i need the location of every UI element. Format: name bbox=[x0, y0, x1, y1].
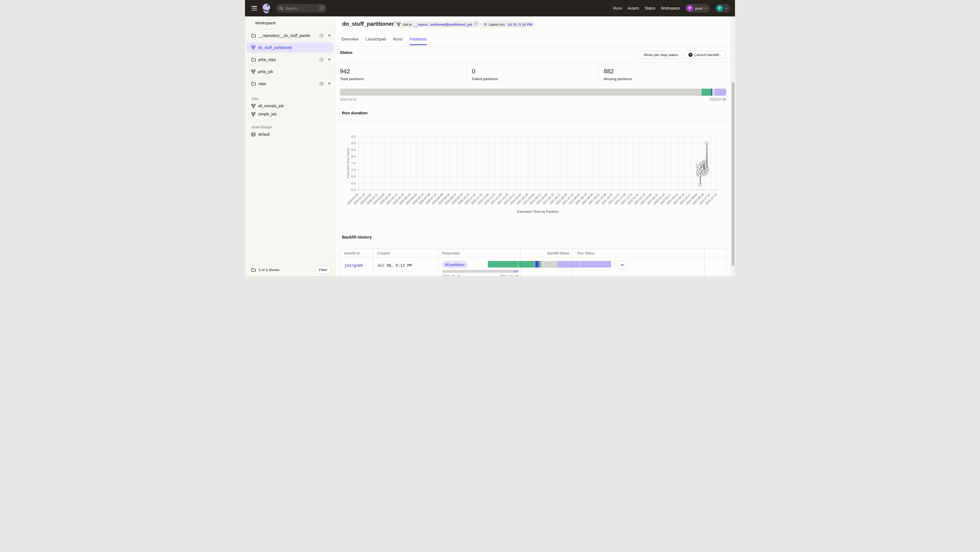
bar-segment-lavender bbox=[514, 270, 519, 273]
caret-down-icon[interactable] bbox=[328, 83, 331, 84]
sidebar-item-simple-job[interactable]: simple_job bbox=[245, 110, 335, 118]
plus-circle-icon: + bbox=[689, 53, 692, 57]
sidebar-item-prha-job[interactable]: prha_job bbox=[245, 66, 335, 78]
caret-down-icon[interactable] bbox=[328, 59, 331, 60]
sidebar-title: Workspace bbox=[245, 16, 335, 30]
asset-group-icon bbox=[251, 132, 255, 136]
status-actions: Show per-step status + Launch backfill..… bbox=[640, 51, 726, 59]
dagster-logo[interactable] bbox=[261, 2, 272, 14]
nav-link-workspace[interactable]: Workspace bbox=[661, 6, 680, 10]
svg-text:8.5: 8.5 bbox=[351, 148, 356, 152]
vertical-scrollbar bbox=[730, 16, 735, 276]
folder-icon bbox=[251, 34, 256, 38]
tab-partitions[interactable]: Partitions bbox=[410, 36, 427, 45]
bar-segment-green bbox=[539, 261, 541, 268]
svg-text:8.0: 8.0 bbox=[351, 155, 356, 158]
chevron-down-icon bbox=[725, 7, 728, 9]
count-badge: 3 bbox=[318, 81, 325, 86]
sidebar-item-prha-repo[interactable]: prha_repo 1 bbox=[245, 54, 335, 66]
svg-text:9.0: 9.0 bbox=[351, 141, 356, 145]
requested-range-bar bbox=[442, 270, 519, 273]
chevron-down-icon bbox=[704, 7, 707, 9]
svg-text:7.0: 7.0 bbox=[351, 168, 356, 171]
nav-link-runs[interactable]: Runs bbox=[613, 6, 622, 10]
run-duration-chart: 5.56.06.57.07.58.08.59.09.52020-01-01202… bbox=[335, 121, 730, 219]
filter-button[interactable]: Filter bbox=[315, 266, 331, 274]
user-menu[interactable]: P bbox=[715, 4, 730, 13]
latest-run-link[interactable]: Jul 30, 5:14 PM bbox=[507, 22, 532, 27]
search-input[interactable] bbox=[285, 6, 313, 10]
nav-link-assets[interactable]: Assets bbox=[627, 6, 639, 10]
bar-segment-green bbox=[488, 261, 518, 268]
deployment-switcher[interactable]: P prod bbox=[686, 4, 710, 13]
count-badge: 1 bbox=[318, 57, 325, 62]
stat-label: Total partitions bbox=[340, 77, 467, 81]
requested-partitions-chip[interactable]: 60 partitions bbox=[442, 261, 468, 268]
sidebar-item-repo[interactable]: repo 3 bbox=[245, 78, 335, 90]
stat-label: Failed partitions bbox=[472, 77, 599, 81]
partition-stats: 942 Total partitions 0 Failed partitions… bbox=[335, 62, 730, 86]
job-tag-prefix: Job in bbox=[402, 22, 412, 27]
refresh-icon[interactable] bbox=[474, 22, 478, 26]
tab-overview[interactable]: Overview bbox=[341, 36, 359, 45]
jobs-section-label: Jobs bbox=[245, 90, 335, 102]
launch-backfill-button[interactable]: + Launch backfill... bbox=[685, 51, 726, 59]
bar-segment-lavender bbox=[581, 261, 611, 268]
nav-link-status[interactable]: Status bbox=[644, 6, 655, 10]
sidebar-item-label: default bbox=[258, 132, 270, 136]
sidebar-item-label: simple_job bbox=[258, 112, 277, 116]
tab-runs[interactable]: Runs bbox=[393, 36, 402, 45]
sidebar-item-all-cereals-job[interactable]: all_cereals_job bbox=[245, 102, 335, 110]
scrollbar-thumb[interactable] bbox=[732, 82, 735, 266]
job-repo-link[interactable]: __reposi...artitioned@partitioned_job bbox=[414, 22, 472, 27]
status-heading: Status bbox=[340, 50, 353, 55]
top-nav-bar: / Runs Assets Status Workspace P prod P bbox=[245, 0, 735, 16]
column-header-backfill-status: Backfill Status bbox=[520, 251, 570, 255]
sidebar-item-label: do_stuff_partitioned bbox=[258, 45, 292, 50]
count-badge: 1 bbox=[318, 33, 325, 38]
stat-value: 942 bbox=[340, 68, 467, 75]
stat-missing-partitions: 882 Missing partitions bbox=[599, 62, 730, 86]
stat-failed-partitions: 0 Failed partitions bbox=[467, 62, 599, 86]
job-tabs: Overview Launchpad Runs Partitions bbox=[341, 36, 427, 45]
sidebar-footer: 3 of 3 shown Filter bbox=[245, 263, 335, 276]
bar-segment-gray bbox=[712, 89, 715, 96]
launch-backfill-label: Launch backfill... bbox=[694, 53, 722, 57]
job-icon bbox=[397, 22, 401, 26]
execution-time-chart-svg: 5.56.06.57.07.58.08.59.09.52020-01-01202… bbox=[335, 121, 730, 219]
partition-bar-date-range: 2020-01-01 2022-07-30 bbox=[340, 98, 726, 102]
sidebar-item-label: all_cereals_job bbox=[258, 104, 283, 108]
deployment-avatar: P bbox=[687, 5, 693, 11]
sidebar-selected-item[interactable]: do_stuff_partitioned bbox=[247, 43, 333, 52]
sidebar-item-default-asset-group[interactable]: default bbox=[245, 130, 335, 138]
backfill-id-link[interactable]: jozrgsbh bbox=[344, 263, 363, 268]
row-expand-button[interactable] bbox=[618, 261, 626, 270]
bar-segment-lavender bbox=[558, 261, 581, 268]
caret-down-icon[interactable] bbox=[328, 35, 331, 36]
column-header-created: Created bbox=[377, 251, 390, 255]
requested-start-date: 2020-01-01 bbox=[442, 274, 461, 276]
sidebar-item-do-stuff-partitioned[interactable]: do_stuff_partitioned bbox=[245, 41, 335, 54]
backfill-created-time: Jul 30, 5:12 PM bbox=[377, 263, 412, 268]
user-avatar: P bbox=[716, 5, 723, 11]
backfill-history-heading: Backfill History bbox=[342, 235, 372, 240]
tab-launchpad[interactable]: Launchpad bbox=[366, 36, 386, 45]
folder-icon bbox=[251, 268, 256, 272]
bar-segment-lavender bbox=[715, 89, 726, 96]
search-shortcut-badge: / bbox=[319, 5, 325, 11]
bar-start-date: 2020-01-01 bbox=[340, 98, 357, 102]
bar-segment-gray bbox=[340, 89, 702, 96]
sidebar-item-label: prha_repo bbox=[258, 57, 276, 62]
search-icon bbox=[279, 6, 283, 10]
svg-text:6.5: 6.5 bbox=[351, 175, 356, 178]
page-title: do_stuff_partitioned bbox=[342, 21, 395, 27]
hamburger-menu-icon[interactable] bbox=[251, 6, 257, 10]
column-header-requested: Requested bbox=[442, 251, 459, 255]
column-header-backfill-id: Backfill Id bbox=[344, 251, 360, 255]
show-per-step-status-button[interactable]: Show per-step status bbox=[640, 51, 682, 59]
job-icon bbox=[251, 70, 255, 74]
job-icon bbox=[251, 104, 255, 108]
top-nav-links: Runs Assets Status Workspace P prod P bbox=[613, 4, 735, 13]
sidebar-item-repository-do-stuff[interactable]: __repository__do_stuff_partitio... 1 bbox=[245, 30, 335, 41]
run-status-bar bbox=[488, 261, 611, 268]
